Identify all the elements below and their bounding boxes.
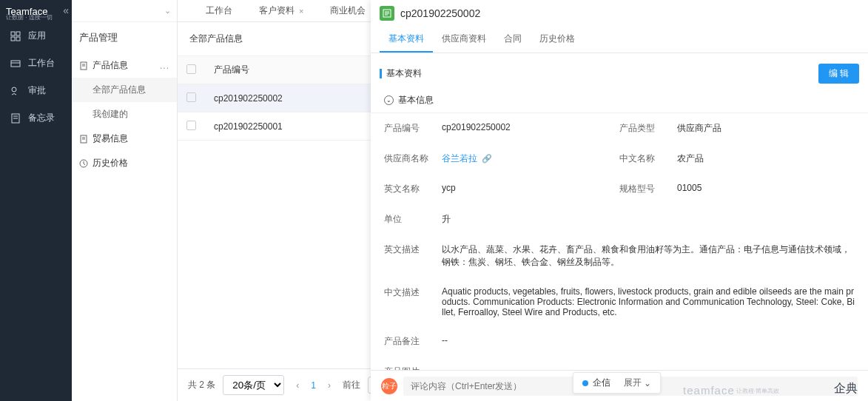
tree-item-3[interactable]: 贸易信息 bbox=[72, 127, 177, 151]
nav-item-2[interactable]: 审批 bbox=[0, 77, 72, 104]
page-size-select[interactable]: 20条/页 bbox=[223, 375, 284, 395]
svg-rect-1 bbox=[16, 32, 20, 36]
secondary-panel: ⌄ 产品管理 产品信息...全部产品信息我创建的贸易信息历史价格 bbox=[72, 0, 178, 401]
chevron-down-icon: ⌄ bbox=[644, 378, 651, 388]
subsection-header[interactable]: ⌄ 基本信息 bbox=[371, 88, 868, 113]
nav-label: 工作台 bbox=[28, 57, 55, 70]
detail-body: 产品编号cp201902250002产品类型供应商产品供应商名称谷兰若拉🔗中文名… bbox=[371, 113, 868, 370]
left-nav: Teamface 让数据 · 连接一切 « 应用工作台审批备忘录 bbox=[0, 0, 72, 401]
detail-tab-3[interactable]: 历史价格 bbox=[531, 27, 584, 53]
collapse-icon: ⌄ bbox=[384, 95, 394, 105]
subsection-title: 基本信息 bbox=[398, 94, 434, 107]
approval-icon bbox=[10, 86, 21, 96]
doc-icon bbox=[79, 135, 88, 144]
field-value: ycp bbox=[442, 183, 619, 195]
module-title: 产品管理 bbox=[72, 22, 177, 53]
detail-title: cp201902250002 bbox=[400, 7, 480, 19]
doc-icon bbox=[79, 61, 88, 70]
memo-icon bbox=[10, 113, 21, 124]
next-page-button[interactable]: › bbox=[323, 378, 335, 393]
field-pair: 英文名称ycp bbox=[384, 183, 619, 195]
goto-label: 前往 bbox=[343, 379, 360, 391]
field-value[interactable]: 谷兰若拉🔗 bbox=[442, 152, 619, 165]
field-label: 产品编号 bbox=[384, 122, 428, 135]
field-value: -- bbox=[442, 335, 855, 348]
nav-item-0[interactable]: 应用 bbox=[0, 22, 72, 50]
chevron-down-icon: ⌄ bbox=[164, 6, 171, 16]
avatar: 粒子 bbox=[381, 378, 397, 394]
workbench-icon bbox=[10, 58, 21, 69]
detail-tabs: 基本资料供应商资料合同历史价格 bbox=[371, 27, 868, 53]
detail-panel: cp201902250002 基本资料供应商资料合同历史价格 基本资料 编 辑 … bbox=[371, 0, 868, 401]
svg-rect-2 bbox=[11, 37, 15, 41]
logo-subtext: 让数据 · 连接一切 bbox=[6, 13, 53, 21]
field-value: 供应商产品 bbox=[677, 122, 855, 135]
tree-label: 贸易信息 bbox=[92, 132, 128, 145]
current-page[interactable]: 1 bbox=[311, 380, 316, 391]
tree-item-1[interactable]: 全部产品信息 bbox=[72, 78, 177, 102]
field-row: 单位升 bbox=[384, 204, 855, 235]
field-value: Aquatic products, vegetables, fruits, fl… bbox=[442, 286, 855, 317]
tab-label: 客户资料 bbox=[259, 4, 295, 17]
field-pair: 中文名称农产品 bbox=[619, 152, 855, 165]
row-checkbox[interactable] bbox=[186, 92, 196, 102]
section-title: 基本资料 bbox=[386, 67, 422, 80]
field-row: 中文描述Aquatic products, vegetables, fruits… bbox=[384, 277, 855, 326]
field-label: 中文名称 bbox=[619, 152, 664, 165]
row-checkbox[interactable] bbox=[186, 121, 196, 130]
detail-tab-2[interactable]: 合同 bbox=[495, 27, 531, 53]
tree-item-4[interactable]: 历史价格 bbox=[72, 151, 177, 175]
field-row: 产品图片-- bbox=[384, 357, 855, 370]
nav-item-1[interactable]: 工作台 bbox=[0, 50, 72, 77]
nav-label: 审批 bbox=[28, 84, 46, 97]
field-pair: 中文描述Aquatic products, vegetables, fruits… bbox=[384, 286, 855, 317]
link-icon: 🔗 bbox=[482, 154, 492, 163]
field-value: 01005 bbox=[677, 183, 855, 195]
apps-icon bbox=[10, 31, 21, 41]
collapse-nav-icon[interactable]: « bbox=[63, 4, 69, 16]
close-icon[interactable]: × bbox=[299, 7, 303, 16]
svg-rect-0 bbox=[11, 32, 15, 36]
module-switcher[interactable]: ⌄ bbox=[72, 0, 177, 22]
tab-0[interactable]: 工作台 bbox=[198, 0, 240, 21]
chat-label: 企信 bbox=[593, 377, 610, 389]
watermark: teamface让教程·简单高效 bbox=[683, 384, 779, 397]
total-count: 共 2 条 bbox=[188, 379, 215, 391]
document-icon bbox=[380, 6, 394, 21]
field-pair: 产品编号cp201902250002 bbox=[384, 122, 619, 135]
tree-label: 我创建的 bbox=[92, 108, 128, 121]
prev-page-button[interactable]: ‹ bbox=[292, 378, 303, 393]
tree-item-2[interactable]: 我创建的 bbox=[72, 102, 177, 127]
field-pair: 供应商名称谷兰若拉🔗 bbox=[384, 152, 619, 165]
field-value: cp201902250002 bbox=[442, 122, 619, 135]
tree-label: 历史价格 bbox=[92, 157, 128, 169]
select-all-checkbox[interactable] bbox=[186, 64, 196, 74]
field-label: 产品类型 bbox=[619, 122, 664, 135]
nav-item-3[interactable]: 备忘录 bbox=[0, 104, 72, 132]
field-pair: 英文描述以水产品、蔬菜、水果、花卉、畜产品、粮食和食用油籽等为主。通信产品：电子… bbox=[384, 243, 855, 269]
detail-tab-1[interactable]: 供应商资料 bbox=[433, 27, 495, 53]
chat-expand-button[interactable]: 展开⌄ bbox=[624, 377, 651, 389]
svg-rect-4 bbox=[11, 61, 20, 67]
edit-button[interactable]: 编 辑 bbox=[818, 64, 859, 84]
field-label: 英文描述 bbox=[384, 243, 428, 269]
tree-item-0[interactable]: 产品信息... bbox=[72, 53, 177, 78]
field-pair: 产品备注-- bbox=[384, 335, 855, 348]
chat-widget[interactable]: 企信 展开⌄ bbox=[573, 372, 661, 394]
field-label: 规格型号 bbox=[619, 183, 664, 195]
field-label: 英文名称 bbox=[384, 183, 428, 195]
field-label: 中文描述 bbox=[384, 286, 428, 317]
section-title-row: 基本资料 编 辑 bbox=[371, 53, 868, 88]
field-row: 产品编号cp201902250002产品类型供应商产品 bbox=[384, 113, 855, 144]
history-icon bbox=[79, 159, 88, 168]
svg-rect-3 bbox=[16, 37, 20, 41]
chat-status-dot bbox=[582, 380, 588, 386]
field-row: 供应商名称谷兰若拉🔗中文名称农产品 bbox=[384, 144, 855, 174]
detail-tab-0[interactable]: 基本资料 bbox=[380, 27, 433, 53]
field-value: 升 bbox=[442, 213, 855, 226]
field-label: 产品备注 bbox=[384, 335, 428, 348]
tab-1[interactable]: 客户资料× bbox=[252, 0, 311, 21]
more-icon[interactable]: ... bbox=[160, 61, 169, 71]
detail-header: cp201902250002 bbox=[371, 0, 868, 27]
field-pair: 单位升 bbox=[384, 213, 855, 226]
